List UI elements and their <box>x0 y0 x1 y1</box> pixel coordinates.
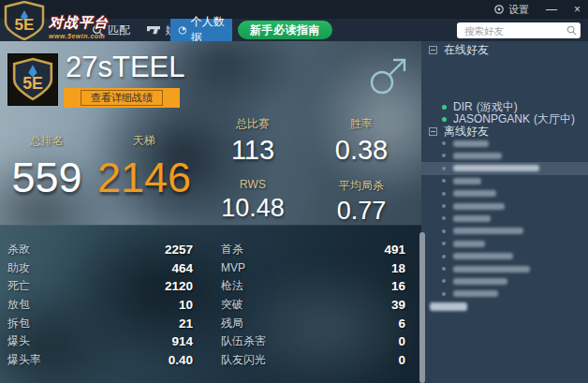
stats-column-left: 杀敌2257 助攻464 死亡2120 放包10 拆包21 爆头914 爆头率0… <box>7 241 193 369</box>
logo-title: 对战平台 <box>49 14 109 32</box>
collapse-icon[interactable] <box>429 127 437 136</box>
friend-item-offline-blurred[interactable] <box>421 187 588 200</box>
winrate-value: 0.38 <box>313 135 410 166</box>
friend-item-offline-blurred[interactable] <box>421 250 588 263</box>
search-friends-input[interactable] <box>463 24 566 37</box>
nav-match-label: 匹配 <box>108 22 130 38</box>
friend-item-offline-blurred[interactable] <box>421 274 588 287</box>
ladder-value: 2146 <box>92 154 197 202</box>
stat-row: 拆包21 <box>7 314 193 332</box>
settings-button[interactable]: 设置 <box>493 3 529 17</box>
logo-site: www.5ewin.com <box>49 33 109 39</box>
search-icon[interactable] <box>566 25 577 36</box>
online-friends-group[interactable]: 在线好友 <box>421 43 588 56</box>
stat-winrate: 胜率 0.38 <box>313 116 410 166</box>
stat-total-matches: 总比赛 113 <box>204 116 301 166</box>
app-window: 设置 — × 匹配 娱乐 个人数据 新手必读指南 5E <box>0 0 588 383</box>
clock-icon <box>178 24 187 37</box>
svg-text:5E: 5E <box>22 74 43 93</box>
stat-row: 爆头率0.40 <box>7 351 193 370</box>
online-dot <box>442 105 447 110</box>
hero-banner: 5E 27sTEEL 查看详细战绩 总排名 559 天梯 2146 总比赛 11… <box>0 41 421 225</box>
player-name: 27sTEEL <box>66 51 185 84</box>
detail-stats-panel: 杀敌2257 助攻464 死亡2120 放包10 拆包21 爆头914 爆头率0… <box>0 225 421 383</box>
stat-row: 死亡2120 <box>7 277 193 296</box>
friend-item-offline-blurred[interactable] <box>421 225 588 238</box>
friend-item-offline-selected[interactable] <box>421 162 588 175</box>
view-details-button[interactable]: 查看详细战绩 <box>64 88 180 108</box>
stat-row: 助攻464 <box>7 259 193 278</box>
stat-row: 放包10 <box>7 296 193 315</box>
offline-friends-group[interactable]: 离线好友 <box>421 125 588 138</box>
male-icon <box>367 52 412 97</box>
friend-search-box <box>457 22 581 38</box>
collapse-icon[interactable] <box>429 46 437 54</box>
friend-item-offline-blurred[interactable] <box>421 262 588 275</box>
5e-shield-icon: 5E <box>3 1 46 40</box>
rws-value: 10.48 <box>204 194 301 223</box>
total-matches-value: 113 <box>204 135 301 166</box>
stat-row: 枪法16 <box>221 277 405 296</box>
stat-row: 爆头914 <box>7 332 193 351</box>
friend-item-offline-blurred[interactable] <box>421 212 588 225</box>
stat-row: MVP18 <box>221 259 405 278</box>
stat-row: 突破39 <box>221 296 405 315</box>
stats-column-right: 首杀491 MVP18 枪法16 突破39 残局6 队伍杀害0 队友闪光0 <box>221 241 405 369</box>
main-scrollbar-thumb[interactable] <box>419 232 425 383</box>
online-dot <box>442 117 447 122</box>
friend-item-offline-blurred[interactable] <box>421 137 588 150</box>
minimize-button[interactable]: — <box>546 0 557 19</box>
friend-item-offline-blurred[interactable] <box>421 174 588 187</box>
stat-rws: RWS 10.48 <box>204 178 301 223</box>
pistol-icon <box>146 24 162 37</box>
svg-text:5E: 5E <box>15 16 35 34</box>
friend-item-offline-blurred[interactable] <box>421 199 588 213</box>
newbie-guide-button[interactable]: 新手必读指南 <box>238 21 332 39</box>
total-rank-value: 559 <box>0 154 94 202</box>
close-button[interactable]: × <box>574 0 581 19</box>
stat-row: 队友闪光0 <box>221 351 405 370</box>
settings-label: 设置 <box>508 3 529 17</box>
avatar[interactable]: 5E <box>7 53 58 106</box>
friend-item-offline-blurred[interactable] <box>421 287 588 301</box>
gear-icon <box>493 4 505 15</box>
stat-row: 杀敌2257 <box>7 241 193 259</box>
nav-item-personal-data[interactable]: 个人数据 <box>170 19 232 41</box>
app-logo: 5E 对战平台 www.5ewin.com <box>3 1 109 40</box>
friend-item-offline-blurred[interactable] <box>421 237 588 250</box>
stat-ladder: 天梯 2146 <box>92 133 197 202</box>
avg-kills-value: 0.77 <box>313 197 410 225</box>
stat-row: 残局6 <box>221 314 405 332</box>
view-details-label: 查看详细战绩 <box>81 90 163 106</box>
stat-row: 首杀491 <box>221 241 405 259</box>
friend-item-offline-blurred[interactable] <box>421 149 588 162</box>
stat-total-rank: 总排名 559 <box>0 133 94 202</box>
stat-avg-kills: 平均局杀 0.77 <box>313 178 410 225</box>
friends-sidebar: 在线好友 DIR (游戏中) JASONPGANK (大厅中) 离线好友 <box>421 41 588 383</box>
blurred-group-label[interactable] <box>421 300 588 313</box>
stat-row: 队伍杀害0 <box>221 332 405 351</box>
